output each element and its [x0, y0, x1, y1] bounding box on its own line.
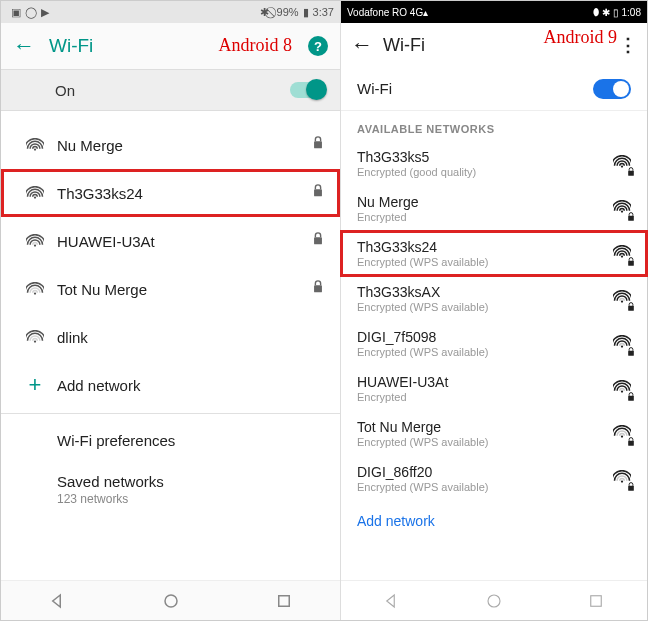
- wifi-signal-icon: [17, 186, 53, 200]
- network-row[interactable]: Tot Nu Merge: [1, 265, 340, 313]
- network-name: DIGI_7f5098: [357, 329, 613, 345]
- network-row[interactable]: Th3G33ksAX Encrypted (WPS available): [341, 276, 647, 321]
- add-network-button[interactable]: + Add network: [1, 361, 340, 409]
- notification-icon: ▶: [41, 6, 49, 19]
- network-row[interactable]: Th3G33ks5 Encrypted (good quality): [341, 141, 647, 186]
- wifi-signal-icon: [613, 290, 631, 308]
- nav-recents-icon[interactable]: [275, 592, 293, 610]
- lock-icon: [312, 280, 324, 298]
- saved-networks-count: 123 networks: [1, 492, 340, 506]
- network-row[interactable]: Th3G33ks24: [1, 169, 340, 217]
- android9-screen: Android 9 Vodafone RO 4G▴ ⬮ ✱ ▯ 1:08 ← W…: [341, 1, 647, 620]
- notification-icon: ◯: [25, 6, 37, 19]
- lock-icon: [312, 136, 324, 154]
- network-row[interactable]: HUAWEI-U3At Encrypted: [341, 366, 647, 411]
- svg-point-27: [488, 595, 500, 607]
- svg-point-13: [621, 210, 623, 212]
- help-button[interactable]: ?: [308, 36, 328, 56]
- network-row[interactable]: Nu Merge: [1, 121, 340, 169]
- battery-icon: ▮: [303, 6, 309, 19]
- saved-networks-item[interactable]: Saved networks: [1, 453, 340, 490]
- wifi-switch[interactable]: [290, 82, 324, 98]
- svg-point-6: [34, 292, 36, 294]
- network-row[interactable]: Nu Merge Encrypted: [341, 186, 647, 231]
- carrier: Vodafone RO: [347, 7, 407, 18]
- lock-icon: [312, 232, 324, 250]
- network-row[interactable]: dlink: [1, 313, 340, 361]
- wifi-label: Wi-Fi: [357, 80, 593, 97]
- signal-icon: ▴: [423, 7, 428, 18]
- svg-rect-5: [314, 237, 322, 244]
- network-name: Th3G33ksAX: [357, 284, 613, 300]
- plus-icon: +: [29, 374, 42, 396]
- network-name: Nu Merge: [57, 137, 312, 154]
- back-button[interactable]: ←: [13, 33, 41, 59]
- svg-rect-1: [314, 141, 322, 148]
- wifi-signal-icon: [613, 425, 631, 443]
- nav-home-icon[interactable]: [162, 592, 180, 610]
- wifi-signal-icon: [613, 380, 631, 398]
- battery-icon: ▯: [613, 7, 619, 18]
- network-status: Encrypted (WPS available): [357, 346, 613, 358]
- app-bar: ← Wi-Fi ?: [1, 23, 340, 69]
- nav-home-icon[interactable]: [485, 592, 503, 610]
- overflow-menu-button[interactable]: ⋮: [619, 34, 637, 56]
- wifi-switch[interactable]: [593, 79, 631, 99]
- nav-back-icon[interactable]: [383, 592, 401, 610]
- nav-recents-icon[interactable]: [587, 592, 605, 610]
- svg-rect-26: [628, 485, 634, 490]
- network-status: Encrypted: [357, 391, 613, 403]
- page-title: Wi-Fi: [49, 35, 308, 57]
- svg-point-17: [621, 300, 623, 302]
- network-name: HUAWEI-U3At: [357, 374, 613, 390]
- svg-rect-16: [628, 260, 634, 265]
- network-row[interactable]: DIGI_7f5098 Encrypted (WPS available): [341, 321, 647, 366]
- back-button[interactable]: ←: [351, 32, 377, 58]
- wifi-master-toggle-row[interactable]: Wi-Fi: [341, 67, 647, 111]
- svg-rect-28: [591, 595, 602, 606]
- network-status: Encrypted (good quality): [357, 166, 613, 178]
- network-name: Tot Nu Merge: [357, 419, 613, 435]
- clock: 1:08: [622, 7, 641, 18]
- wifi-signal-icon: [613, 470, 631, 488]
- svg-point-9: [165, 595, 177, 607]
- wifi-preferences-item[interactable]: Wi-Fi preferences: [1, 418, 340, 453]
- network-name: Th3G33ks24: [57, 185, 312, 202]
- wifi-signal-icon: [17, 234, 53, 248]
- page-title: Wi-Fi: [383, 35, 619, 56]
- battery-percent: 99%: [277, 6, 299, 18]
- network-status: Encrypted (WPS available): [357, 256, 613, 268]
- svg-rect-7: [314, 285, 322, 292]
- svg-point-25: [621, 480, 623, 482]
- svg-rect-24: [628, 440, 634, 445]
- network-status: Encrypted (WPS available): [357, 481, 613, 493]
- bluetooth-icon: ✱: [260, 6, 269, 19]
- network-row[interactable]: Th3G33ks24 Encrypted (WPS available): [341, 231, 647, 276]
- wifi-state-label: On: [55, 82, 290, 99]
- svg-point-0: [34, 148, 36, 150]
- svg-rect-10: [278, 595, 289, 606]
- network-row[interactable]: Tot Nu Merge Encrypted (WPS available): [341, 411, 647, 456]
- svg-point-8: [34, 340, 36, 342]
- nav-bar: [1, 580, 340, 620]
- network-list: Nu Merge Th3G33ks24 HUAWEI-U3At Tot Nu M…: [1, 111, 340, 620]
- wifi-signal-icon: [613, 155, 631, 173]
- network-row[interactable]: HUAWEI-U3At: [1, 217, 340, 265]
- status-bar: Vodafone RO 4G▴ ⬮ ✱ ▯ 1:08: [341, 1, 647, 23]
- nav-back-icon[interactable]: [49, 592, 67, 610]
- svg-rect-18: [628, 305, 634, 310]
- svg-point-15: [621, 255, 623, 257]
- wifi-signal-icon: [613, 200, 631, 218]
- svg-rect-20: [628, 350, 634, 355]
- wifi-signal-icon: [17, 330, 53, 344]
- svg-point-11: [621, 165, 623, 167]
- svg-point-21: [621, 390, 623, 392]
- network-row[interactable]: DIGI_86ff20 Encrypted (WPS available): [341, 456, 647, 501]
- wifi-signal-icon: [613, 245, 631, 263]
- network-name: Tot Nu Merge: [57, 281, 312, 298]
- wifi-master-toggle-row[interactable]: On: [1, 69, 340, 111]
- add-network-button[interactable]: Add network: [341, 501, 647, 541]
- lock-icon: [312, 184, 324, 202]
- network-name: DIGI_86ff20: [357, 464, 613, 480]
- svg-point-4: [34, 244, 36, 246]
